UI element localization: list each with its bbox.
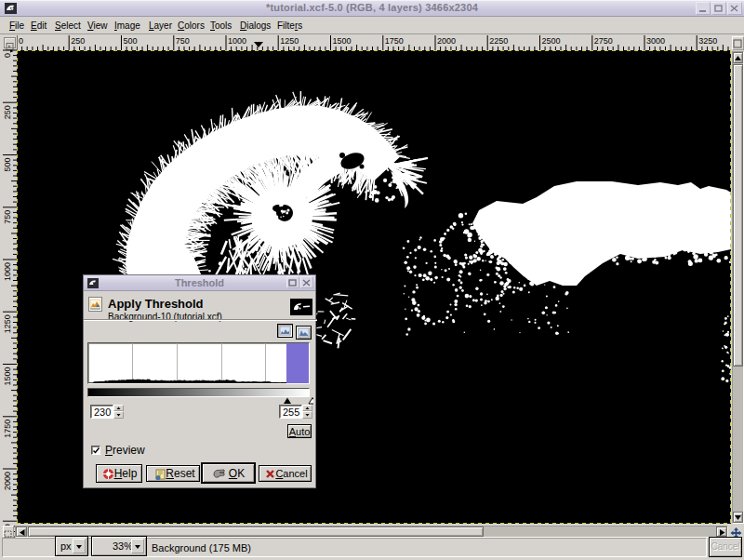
svg-text:500: 500 (3, 158, 12, 172)
svg-text:500: 500 (124, 36, 138, 46)
svg-text:250: 250 (71, 36, 85, 46)
svg-text:0: 0 (3, 53, 12, 58)
svg-text:3250: 3250 (698, 36, 717, 46)
svg-text:2750: 2750 (594, 36, 613, 46)
svg-text:1250: 1250 (3, 314, 12, 333)
svg-text:2000: 2000 (437, 36, 456, 46)
svg-text:1500: 1500 (3, 367, 12, 386)
svg-text:750: 750 (176, 36, 190, 46)
svg-text:1000: 1000 (228, 36, 246, 46)
svg-text:1750: 1750 (3, 420, 12, 438)
svg-text:1250: 1250 (280, 36, 299, 46)
svg-text:1000: 1000 (3, 262, 12, 281)
svg-text:1500: 1500 (333, 36, 352, 46)
svg-text:3000: 3000 (646, 36, 665, 46)
svg-text:1750: 1750 (385, 36, 404, 46)
svg-text:2500: 2500 (542, 36, 561, 46)
svg-text:2250: 2250 (489, 36, 508, 46)
svg-text:750: 750 (3, 210, 12, 224)
svg-text:0: 0 (19, 36, 23, 46)
svg-text:2000: 2000 (3, 472, 12, 490)
svg-text:250: 250 (3, 105, 12, 119)
